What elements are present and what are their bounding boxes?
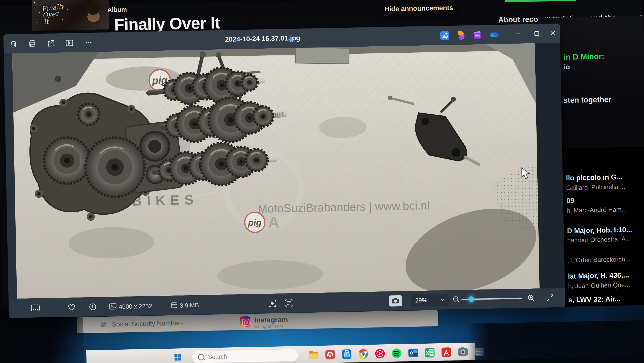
zoom-level-dropdown[interactable]: 29% xyxy=(411,294,449,307)
microsoft-store-icon[interactable] xyxy=(341,348,353,360)
svg-text:O: O xyxy=(410,351,413,355)
file-size: 3.9 MB xyxy=(180,302,199,309)
spotify-icon[interactable] xyxy=(391,347,403,359)
photos-app-window: 2024-10-24 16.37.01.jpg xyxy=(3,23,565,318)
now-playing-artist[interactable]: io xyxy=(564,63,570,71)
announcement-progress-line xyxy=(505,0,576,2)
queue-item-title[interactable]: lat Major, H. 436,... xyxy=(568,271,629,280)
zoom-level-value: 29% xyxy=(415,297,427,304)
more-icon[interactable] xyxy=(83,37,94,48)
zoom-in-icon[interactable] xyxy=(526,293,537,304)
search-icon xyxy=(198,354,205,360)
dimensions-icon xyxy=(107,301,118,312)
file-size-icon xyxy=(169,300,180,311)
hide-announcements-button[interactable]: Hide announcements xyxy=(379,0,459,16)
camera-capture-button[interactable] xyxy=(389,295,402,307)
outlook-icon[interactable]: O xyxy=(407,347,419,359)
mat-partial-letter: A xyxy=(268,213,279,231)
search-input[interactable]: Search xyxy=(192,349,298,363)
browser-tab-social-security[interactable]: Social Security Numbers xyxy=(112,319,184,328)
maximize-button[interactable] xyxy=(530,28,544,39)
image-dimensions: 4000 x 2252 xyxy=(119,303,152,310)
listen-together-label: sten together xyxy=(564,95,612,105)
window-title: 2024-10-24 16.37.01.jpg xyxy=(225,34,301,44)
queue-item-title[interactable]: s, LWV 32: Air... xyxy=(568,295,621,304)
queue-item-artist[interactable]: hamber Orchestra, Á... xyxy=(567,235,631,244)
queue-item-title[interactable]: llo piccolo in G... xyxy=(566,173,623,182)
zoom-slider[interactable] xyxy=(461,298,522,300)
queue-item-artist[interactable]: h, Jean-Guihen Que... xyxy=(568,281,630,290)
slideshow-icon[interactable] xyxy=(64,38,75,48)
instagram-icon[interactable] xyxy=(239,316,250,327)
now-playing-title[interactable]: in D Minor: xyxy=(564,52,605,62)
queue-item-artist[interactable]: Gaillard, Pulcinella ... xyxy=(566,183,625,191)
screen: Finally Over It Album Finally Over It Hi… xyxy=(0,0,644,363)
zoom-out-icon[interactable] xyxy=(451,294,462,305)
browser-tab-instagram-url: instagram.com xyxy=(255,324,283,329)
grid-icon xyxy=(101,322,106,327)
favorite-icon[interactable] xyxy=(66,302,77,313)
album-art-caption: Finally Over It xyxy=(41,3,66,25)
file-explorer-icon[interactable] xyxy=(308,349,319,361)
youtube-music-icon[interactable] xyxy=(374,348,386,359)
gearbox-photo: pig Absorben Absorbs Oil. Not Water. AD … xyxy=(12,43,540,299)
info-icon[interactable] xyxy=(87,301,98,312)
close-button[interactable] xyxy=(546,27,560,39)
pig-logo-2-text: pig xyxy=(248,217,262,228)
search-placeholder: Search xyxy=(208,353,227,360)
designer-icon[interactable] xyxy=(455,30,466,41)
queue-item-title[interactable]: 09 xyxy=(566,196,574,205)
chrome-icon[interactable] xyxy=(357,348,369,360)
queue-item-title[interactable]: D Major, Hob. I:10... xyxy=(567,226,632,235)
share-icon[interactable] xyxy=(45,38,57,49)
clipchamp-icon[interactable] xyxy=(472,29,483,40)
onedrive-icon[interactable] xyxy=(488,29,500,40)
svg-text:X: X xyxy=(426,350,429,356)
start-button[interactable] xyxy=(174,354,181,361)
album-art-speckles xyxy=(34,2,35,3)
minimize-button[interactable] xyxy=(511,28,525,40)
filmstrip-toggle-icon[interactable] xyxy=(30,303,41,313)
expand-fullscreen-icon[interactable] xyxy=(544,292,556,303)
queue-item-artist[interactable]: , L'Orfeo Barockorch... xyxy=(568,255,630,264)
print-icon[interactable] xyxy=(27,38,38,49)
excel-icon[interactable]: X xyxy=(424,347,436,358)
delete-icon[interactable] xyxy=(8,39,19,49)
acrobat-icon[interactable] xyxy=(440,346,452,358)
visual-search-icon[interactable] xyxy=(267,298,278,309)
queue-item-artist[interactable]: h, Marc-André Ham... xyxy=(567,206,627,214)
album-art-portrait xyxy=(82,2,105,29)
red-app-icon[interactable] xyxy=(324,349,336,360)
zoom-slider-thumb[interactable] xyxy=(468,296,474,302)
album-type-label: Album xyxy=(107,6,127,14)
browser-tab-instagram[interactable]: Instagram xyxy=(254,316,288,324)
text-extract-icon[interactable] xyxy=(283,298,295,308)
canvas-letterbox xyxy=(535,43,565,288)
album-art[interactable]: Finally Over It xyxy=(32,0,109,31)
monitor-photo-scene: Finally Over It Album Finally Over It Hi… xyxy=(0,0,644,363)
photo-canvas: pig Absorben Absorbs Oil. Not Water. AD … xyxy=(12,43,540,299)
photos-edit-icon[interactable] xyxy=(439,30,450,41)
shadow-overlay-right xyxy=(467,320,644,360)
camera-app-icon[interactable] xyxy=(457,346,469,358)
